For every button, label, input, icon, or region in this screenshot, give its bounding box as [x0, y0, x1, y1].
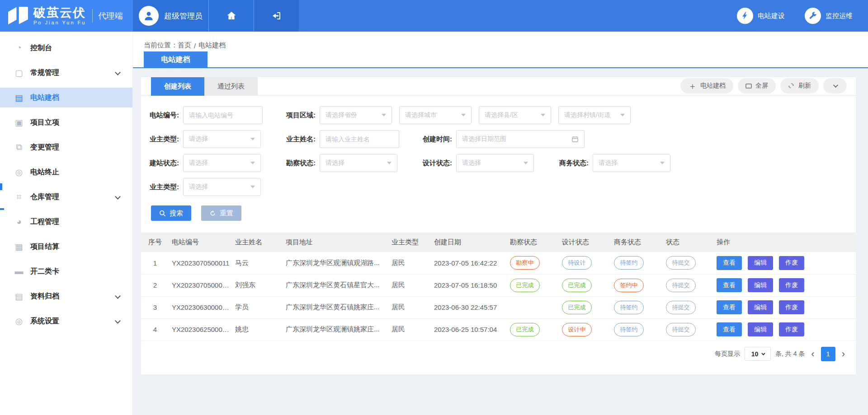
sidebar-item-station-archive[interactable]: ▤ 电站建档 — [0, 88, 132, 107]
station-code-input[interactable] — [183, 106, 263, 124]
create-station-button[interactable]: ＋ 电站建档 — [680, 78, 733, 93]
sidebar: ◔ 控制台 ▢ 常规管理 ▤ 电站建档 ▣ 项目立项 ⧉ 变更管理 ◎ 电站终止… — [0, 32, 133, 415]
owner-type: 居民 — [389, 252, 431, 274]
owner-name-input[interactable] — [320, 130, 399, 148]
refresh-icon — [788, 83, 795, 89]
status-badge: 待签约 — [614, 256, 644, 270]
per-page-select[interactable]: 10 — [745, 347, 771, 361]
city-select[interactable]: 请选择城市 — [399, 106, 472, 124]
owner-type-select[interactable]: 请选择 — [183, 130, 261, 148]
view-button[interactable]: 查看 — [717, 300, 742, 314]
sidebar-item-warehouse-mgmt[interactable]: ⌗ 仓库管理 — [0, 187, 132, 207]
nav-monitor-ops[interactable]: 监控运维 — [805, 8, 853, 24]
next-page-button[interactable]: › — [840, 349, 847, 359]
design-status-select[interactable]: 请选择 — [456, 154, 534, 172]
reset-button[interactable]: 重置 — [201, 205, 241, 221]
void-button[interactable]: 作废 — [779, 322, 804, 336]
status-badge: 待签约 — [614, 301, 644, 314]
view-button[interactable]: 查看 — [717, 278, 742, 292]
edit-button[interactable]: 编辑 — [748, 322, 773, 336]
sidebar-item-engineering-mgmt[interactable]: ◕ 工程管理 — [0, 212, 132, 232]
app-header: 破茧云伏 Po Jian Yun Fu 代理端 超级管理员 — [0, 0, 868, 32]
sidebar-item-class2-card[interactable]: ▬ 开二类卡 — [0, 261, 132, 281]
edit-button[interactable]: 编辑 — [748, 256, 773, 270]
business-status-select[interactable]: 请选择 — [593, 154, 670, 172]
table-row: 3 YX2023063000009 学员 广东深圳龙华区黄石镇姚家庄... 居民… — [141, 296, 856, 318]
pagination: 每页显示 10 条, 共 4 条 ‹ 1 › — [141, 341, 856, 361]
sidebar-item-general-mgmt[interactable]: ▢ 常规管理 — [0, 63, 132, 83]
sidebar-item-console[interactable]: ◔ 控制台 — [0, 38, 132, 58]
town-select[interactable]: 请选择村镇/街道 — [558, 106, 631, 124]
list-tabs: 创建列表 通过列表 — [151, 77, 258, 96]
nav-station-build[interactable]: 电站建设 — [737, 8, 785, 24]
portal-label: 代理端 — [98, 10, 123, 21]
refresh-button[interactable]: 刷新 — [780, 78, 819, 93]
view-button[interactable]: 查看 — [717, 256, 742, 270]
logout-button[interactable] — [254, 0, 299, 32]
survey-status-select[interactable]: 请选择 — [320, 154, 397, 172]
owner-type2-label: 业主类型: — [141, 183, 183, 191]
collapse-toolbar-button[interactable] — [823, 78, 847, 93]
owner-type: 居民 — [389, 318, 431, 340]
calculator-icon: ▦ — [14, 242, 24, 252]
province-select[interactable]: 请选择省份 — [320, 106, 392, 124]
user-menu[interactable]: 超级管理员 — [133, 0, 208, 32]
county-select[interactable]: 请选择县/区 — [479, 106, 551, 124]
sidebar-item-system-settings[interactable]: ◎ 系统设置 — [0, 311, 132, 331]
sidebar-item-change-mgmt[interactable]: ⧉ 变更管理 — [0, 137, 132, 157]
caret-down-icon — [620, 114, 625, 117]
card-icon: ▬ — [14, 266, 24, 276]
breadcrumb-current: 电站建档 — [198, 41, 226, 50]
owner-name: 马云 — [232, 252, 283, 274]
home-button[interactable] — [208, 0, 254, 32]
prev-page-button[interactable]: ‹ — [809, 349, 816, 359]
edit-button[interactable]: 编辑 — [748, 278, 773, 292]
sidebar-item-project-settlement[interactable]: ▦ 项目结算 — [0, 237, 132, 256]
sitemap-icon: ⌗ — [14, 192, 24, 202]
per-page-label: 每页显示 — [715, 350, 740, 358]
page-tab-bar: 电站建档 — [133, 51, 868, 68]
tab-create-list[interactable]: 创建列表 — [151, 77, 204, 96]
page-tab-station-archive[interactable]: 电站建档 — [144, 51, 208, 68]
view-button[interactable]: 查看 — [717, 322, 742, 336]
sidebar-item-project-initiation[interactable]: ▣ 项目立项 — [0, 112, 132, 132]
sidebar-item-data-archive[interactable]: ▤ 资料归档 — [0, 286, 132, 306]
caret-down-icon — [761, 351, 765, 355]
chevron-down-icon — [115, 293, 121, 299]
caret-down-icon — [541, 114, 545, 117]
owner-type: 居民 — [389, 274, 431, 296]
sidebar-item-station-termination[interactable]: ◎ 电站终止 — [0, 162, 132, 182]
status-badge: 待提交 — [666, 256, 696, 270]
void-button[interactable]: 作废 — [779, 256, 804, 270]
chevron-down-icon — [115, 70, 121, 75]
edit-button[interactable]: 编辑 — [748, 300, 773, 314]
fullscreen-button[interactable]: 全屏 — [738, 78, 776, 93]
breadcrumb-home-link[interactable]: 首页 — [178, 41, 191, 50]
void-button[interactable]: 作废 — [779, 278, 804, 292]
card-toolbar: ＋ 电站建档 全屏 刷新 — [680, 78, 847, 93]
search-button[interactable]: 搜索 — [151, 205, 191, 221]
app-root: 破茧云伏 Po Jian Yun Fu 代理端 超级管理员 — [0, 0, 868, 415]
status-badge: 已完成 — [510, 323, 540, 336]
copy-icon: ⧉ — [14, 142, 24, 152]
page-number-button[interactable]: 1 — [821, 347, 835, 361]
void-button[interactable]: 作废 — [779, 300, 804, 314]
owner-type2-select[interactable]: 请选择 — [183, 178, 261, 196]
status-badge: 已完成 — [562, 279, 592, 292]
caret-down-icon — [461, 114, 466, 117]
monitor-icon: ▢ — [14, 68, 24, 78]
tab-passed-list[interactable]: 通过列表 — [204, 77, 258, 96]
station-code: YX2023070500011 — [169, 252, 232, 274]
status-badge: 签约中 — [614, 279, 644, 292]
build-status-select[interactable]: 请选择 — [183, 154, 261, 172]
station-code: YX2023070500010 — [169, 274, 232, 296]
chevron-down-icon — [833, 83, 838, 88]
station-table: 序号 电站编号 业主姓名 项目地址 业主类型 创建日期 勘察状态 设计状态 商务… — [141, 233, 856, 341]
create-date: 2023-07-05 16:18:50 — [431, 274, 507, 296]
project-region-label: 项目区域: — [278, 111, 320, 120]
project-address: 广东深圳龙华区观澜镇观湖路... — [283, 252, 389, 274]
caret-down-icon — [524, 162, 528, 164]
date-range-picker[interactable]: 请选择日期范围 — [456, 130, 585, 148]
brand-logo-icon — [8, 7, 28, 25]
owner-name: 姚忠 — [232, 318, 283, 340]
